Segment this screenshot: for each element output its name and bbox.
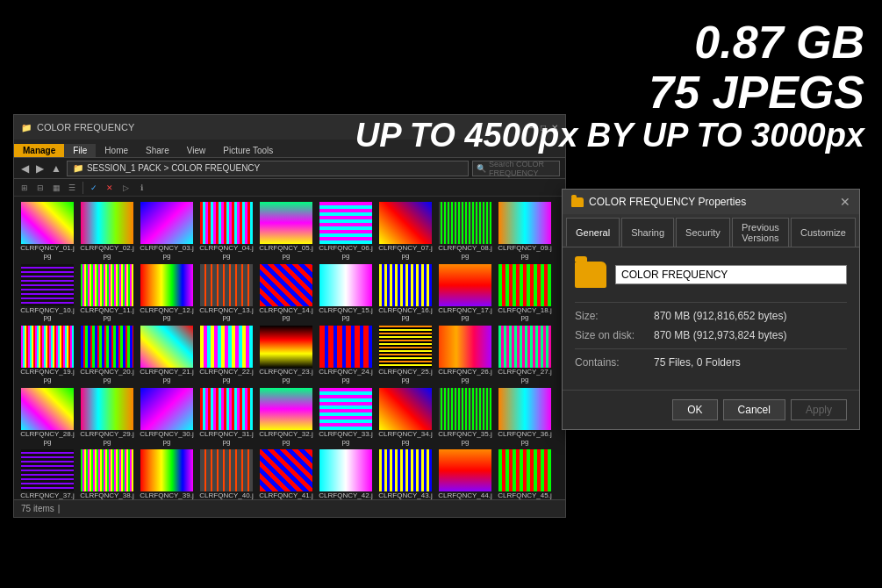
file-thumbnail xyxy=(379,449,432,491)
file-thumbnail xyxy=(319,202,372,244)
list-item[interactable]: CLRFQNCY_25.jpg xyxy=(376,324,435,386)
file-name-label: CLRFQNCY_31.jpg xyxy=(198,431,255,447)
list-item[interactable]: CLRFQNCY_31.jpg xyxy=(197,386,256,448)
list-item[interactable]: CLRFQNCY_17.jpg xyxy=(435,262,495,325)
list-item[interactable]: CLRFQNCY_26.jpg xyxy=(435,324,495,386)
list-item[interactable]: CLRFQNCY_05.jpg xyxy=(256,200,316,262)
dialog-tab-security[interactable]: Security xyxy=(676,218,730,247)
search-box[interactable]: 🔍 Search COLOR FREQUENCY xyxy=(472,161,560,176)
list-item[interactable]: CLRFQNCY_36.jpg xyxy=(495,386,555,448)
file-name-label: CLRFQNCY_19.jpg xyxy=(19,369,75,384)
cancel-button[interactable]: Cancel xyxy=(723,399,785,420)
file-name-label: CLRFQNCY_08.jpg xyxy=(437,245,493,261)
ok-button[interactable]: OK xyxy=(672,399,717,420)
hero-line1: 0.87 GB xyxy=(355,18,864,68)
dialog-tab-previous-versions[interactable]: Previous Versions xyxy=(732,218,789,247)
dialog-tab-general[interactable]: General xyxy=(566,218,620,247)
back-btn[interactable]: ◀ xyxy=(19,162,31,175)
list-item[interactable]: CLRFQNCY_32.jpg xyxy=(256,386,316,448)
tab-manage[interactable]: Manage xyxy=(14,144,64,157)
list-item[interactable]: CLRFQNCY_03.jpg xyxy=(137,200,197,262)
file-name-label: CLRFQNCY_33.jpg xyxy=(318,431,374,447)
toolbar-icon-check[interactable]: ✓ xyxy=(87,181,101,195)
list-item[interactable]: CLRFQNCY_39.jpg xyxy=(137,448,197,499)
tab-picture-tools[interactable]: Picture Tools xyxy=(214,144,282,157)
list-item[interactable]: CLRFQNCY_16.jpg xyxy=(376,262,435,325)
list-item[interactable]: CLRFQNCY_35.jpg xyxy=(435,386,495,448)
list-item[interactable]: CLRFQNCY_09.jpg xyxy=(495,200,555,262)
toolbar-icon-4[interactable]: ☰ xyxy=(65,181,79,195)
file-thumbnail xyxy=(21,449,74,491)
tab-share[interactable]: Share xyxy=(137,144,178,157)
file-name-label: CLRFQNCY_28.jpg xyxy=(19,431,75,447)
list-item[interactable]: CLRFQNCY_34.jpg xyxy=(376,386,435,448)
tab-home[interactable]: Home xyxy=(96,144,137,157)
list-item[interactable]: CLRFQNCY_44.jpg xyxy=(435,448,495,499)
tab-file[interactable]: File xyxy=(64,144,96,157)
list-item[interactable]: CLRFQNCY_27.jpg xyxy=(495,324,555,386)
search-placeholder: Search COLOR FREQUENCY xyxy=(489,160,556,177)
address-path[interactable]: 📁 SESSION_1 PACK > COLOR FREQUENCY xyxy=(67,161,469,176)
prop-size: Size: 870 MB (912,816,652 bytes) xyxy=(575,310,847,322)
list-item[interactable]: CLRFQNCY_11.jpg xyxy=(77,262,137,325)
dialog-title-bar: COLOR FREQUENCY Properties ✕ xyxy=(563,190,859,214)
list-item[interactable]: CLRFQNCY_19.jpg xyxy=(18,324,77,386)
file-name-label: CLRFQNCY_24.jpg xyxy=(318,369,374,384)
list-item[interactable]: CLRFQNCY_30.jpg xyxy=(137,386,197,448)
tab-view[interactable]: View xyxy=(178,144,215,157)
list-item[interactable]: CLRFQNCY_15.jpg xyxy=(316,262,376,325)
file-thumbnail xyxy=(140,388,193,430)
list-item[interactable]: CLRFQNCY_14.jpg xyxy=(256,262,316,325)
list-item[interactable]: CLRFQNCY_20.jpg xyxy=(77,324,137,386)
prop-label-size-on-disk: Size on disk: xyxy=(575,329,654,341)
up-btn[interactable]: ▲ xyxy=(49,162,63,175)
apply-button[interactable]: Apply xyxy=(791,399,847,420)
list-item[interactable]: CLRFQNCY_07.jpg xyxy=(376,200,435,262)
list-item[interactable]: CLRFQNCY_13.jpg xyxy=(197,262,256,325)
status-bar: 75 items | xyxy=(14,499,565,517)
list-item[interactable]: CLRFQNCY_33.jpg xyxy=(316,386,376,448)
file-thumbnail xyxy=(81,202,133,244)
list-item[interactable]: CLRFQNCY_12.jpg xyxy=(137,262,197,325)
toolbar-icon-info[interactable]: ℹ xyxy=(134,181,148,195)
toolbar-icon-3[interactable]: ▦ xyxy=(49,181,63,195)
list-item[interactable]: CLRFQNCY_43.jpg xyxy=(376,448,435,499)
toolbar-icon-play[interactable]: ▷ xyxy=(118,181,133,195)
list-item[interactable]: CLRFQNCY_10.jpg xyxy=(18,262,77,325)
hero-line3: UP TO 4500px BY UP TO 3000px xyxy=(355,118,864,154)
status-text: 75 items xyxy=(21,504,54,513)
list-item[interactable]: CLRFQNCY_22.jpg xyxy=(197,324,256,386)
list-item[interactable]: CLRFQNCY_42.jpg xyxy=(316,448,376,499)
dialog-tab-customize[interactable]: Customize xyxy=(791,218,856,247)
list-item[interactable]: CLRFQNCY_18.jpg xyxy=(495,262,555,325)
file-name-label: CLRFQNCY_26.jpg xyxy=(437,369,493,384)
list-item[interactable]: CLRFQNCY_01.jpg xyxy=(18,200,77,262)
toolbar-icon-x[interactable]: ✕ xyxy=(103,181,117,195)
forward-btn[interactable]: ▶ xyxy=(34,162,46,175)
list-item[interactable]: CLRFQNCY_23.jpg xyxy=(256,324,316,386)
list-item[interactable]: CLRFQNCY_06.jpg xyxy=(316,200,376,262)
file-thumbnail xyxy=(439,449,491,491)
file-name-label: CLRFQNCY_44.jpg xyxy=(437,492,493,499)
list-item[interactable]: CLRFQNCY_08.jpg xyxy=(435,200,495,262)
file-thumbnail xyxy=(498,449,551,491)
folder-name-input[interactable] xyxy=(615,265,847,284)
toolbar-icon-2[interactable]: ⊟ xyxy=(33,181,47,195)
list-item[interactable]: CLRFQNCY_37.jpg xyxy=(18,448,77,499)
file-name-label: CLRFQNCY_01.jpg xyxy=(19,245,75,261)
list-item[interactable]: CLRFQNCY_41.jpg xyxy=(256,448,316,499)
list-item[interactable]: CLRFQNCY_24.jpg xyxy=(316,324,376,386)
list-item[interactable]: CLRFQNCY_40.jpg xyxy=(197,448,256,499)
list-item[interactable]: CLRFQNCY_38.jpg xyxy=(77,448,137,499)
toolbar-icon-1[interactable]: ⊞ xyxy=(18,181,32,195)
list-item[interactable]: CLRFQNCY_29.jpg xyxy=(77,386,137,448)
list-item[interactable]: CLRFQNCY_28.jpg xyxy=(18,386,77,448)
file-name-label: CLRFQNCY_07.jpg xyxy=(377,245,434,261)
list-item[interactable]: CLRFQNCY_04.jpg xyxy=(197,200,256,262)
list-item[interactable]: CLRFQNCY_45.jpg xyxy=(495,448,555,499)
list-item[interactable]: CLRFQNCY_02.jpg xyxy=(77,200,137,262)
file-name-label: CLRFQNCY_02.jpg xyxy=(79,245,135,261)
dialog-close-btn[interactable]: ✕ xyxy=(840,196,850,208)
dialog-tab-sharing[interactable]: Sharing xyxy=(621,218,674,247)
list-item[interactable]: CLRFQNCY_21.jpg xyxy=(137,324,197,386)
